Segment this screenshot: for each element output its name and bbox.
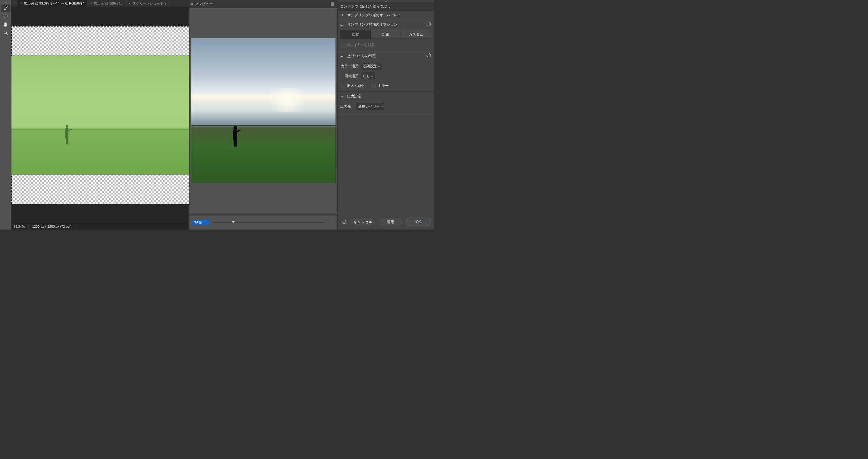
lasso-tool[interactable] (1, 13, 10, 20)
apply-button[interactable]: 適用 (378, 218, 403, 226)
preview-image (191, 38, 336, 183)
scale-checkbox[interactable] (341, 84, 345, 87)
output-dest-label: 出力先 (340, 104, 354, 109)
rotation-adapt-label: 回転適用 (340, 74, 358, 78)
toolbar: ›› (0, 0, 11, 229)
slider-thumb-icon[interactable] (231, 221, 235, 223)
doc-dimensions: 1200 px x 1200 px (72 ppi) (32, 225, 71, 229)
revert-button[interactable] (340, 218, 347, 226)
document-tab[interactable]: × スクリーンショット 2 (126, 0, 169, 7)
rotation-adapt-select[interactable]: なし (361, 73, 375, 80)
reset-icon (426, 52, 432, 58)
chevron-down-icon (371, 75, 373, 77)
section-label: サンプリング領域のオプション (347, 22, 398, 27)
brush-tool[interactable] (1, 4, 10, 12)
color-adapt-select[interactable]: 初期設定 (361, 63, 381, 70)
section-label: 塗りつぶしの設定 (347, 53, 376, 58)
photo-layer (11, 56, 189, 175)
close-icon[interactable]: × (21, 2, 22, 5)
brush-icon (3, 6, 8, 11)
seg-custom[interactable]: カスタム (401, 30, 431, 38)
zoom-tool[interactable] (1, 29, 10, 36)
reset-button[interactable] (427, 22, 431, 27)
status-bar: 93.34% 1200 px x 1200 px (72 ppi) 〉 (11, 224, 189, 229)
chevron-down-icon (381, 106, 383, 107)
mirror-label: ミラー (378, 83, 389, 88)
tab-label: 01.psd @ 93.3% (レイヤー 0, RGB/8#) * (24, 1, 84, 6)
hand-tool[interactable] (1, 21, 10, 28)
all-layers-label: 全レイヤーを対象 (346, 42, 375, 47)
options-sidebar: ›› コンテンツに応じた塗りつぶし サンプリング領域のオーバーレイ サンプリング… (337, 0, 434, 229)
preview-scrollbar[interactable] (189, 213, 337, 216)
document-canvas (11, 26, 189, 204)
document-tab[interactable]: × 01.png @ 509% (... (87, 0, 126, 7)
hand-icon (3, 22, 8, 27)
magnifier-icon (3, 30, 8, 35)
document-tab[interactable]: × 01.psd @ 93.3% (レイヤー 0, RGB/8#) * (18, 0, 87, 7)
sidebar-expand-icon[interactable]: ›› (337, 0, 434, 2)
all-layers-checkbox[interactable] (341, 43, 344, 47)
document-tabs: ›› × 01.psd @ 93.3% (レイヤー 0, RGB/8#) * ×… (11, 0, 189, 7)
sampling-overlay (11, 56, 189, 175)
seg-rect[interactable]: 矩形 (371, 30, 401, 38)
section-label: 出力設定 (347, 94, 361, 98)
chevron-down-icon (340, 54, 343, 57)
output-dest-select[interactable]: 新規レイヤー (356, 103, 384, 110)
tabs-expand-icon[interactable]: ›› (11, 0, 18, 7)
chevron-down-icon (378, 65, 380, 67)
section-fill-header[interactable]: 塗りつぶしの設定 (337, 51, 434, 60)
mirror-checkbox[interactable] (373, 84, 376, 87)
preview-canvas[interactable] (189, 8, 337, 213)
person-silhouette (232, 124, 239, 147)
canvas-area[interactable] (11, 7, 189, 224)
main-area: ›› × 01.psd @ 93.3% (レイヤー 0, RGB/8#) * ×… (11, 0, 189, 229)
sampling-mode-segment: 自動 矩形 カスタム (340, 30, 431, 39)
scale-label: 拡大・縮小 (347, 83, 364, 88)
chevron-down-icon (340, 23, 343, 26)
color-adapt-label: カラー適用 (340, 64, 358, 69)
section-label: サンプリング領域のオーバーレイ (347, 13, 401, 18)
reset-button[interactable] (427, 53, 431, 58)
sidebar-title: コンテンツに応じた塗りつぶし (337, 2, 434, 11)
reset-icon (341, 219, 347, 225)
zoom-readout[interactable]: 93.34% (13, 225, 25, 229)
close-icon[interactable]: × (90, 2, 92, 5)
reset-icon (426, 21, 432, 27)
chevron-down-icon (340, 95, 343, 98)
lasso-icon (3, 14, 8, 19)
ok-button[interactable]: OK (406, 218, 431, 226)
close-icon[interactable]: × (129, 2, 130, 5)
preview-title: プレビュー (195, 2, 331, 7)
svg-line-1 (6, 33, 7, 35)
preview-zoom-slider[interactable] (213, 222, 324, 223)
panel-menu-icon[interactable] (331, 2, 334, 5)
toolbar-expand-icon[interactable]: ›› (0, 1, 11, 3)
panel-expand-icon[interactable]: ›› (191, 2, 193, 6)
tab-label: 01.png @ 509% (... (94, 1, 123, 5)
chevron-right-icon (340, 14, 343, 17)
section-output-header[interactable]: 出力設定 (337, 92, 434, 101)
seg-auto[interactable]: 自動 (341, 30, 371, 38)
preview-panel: ›› プレビュー 76% (189, 0, 337, 229)
section-options-header[interactable]: サンプリング領域のオプション (337, 20, 434, 29)
preview-zoom-input[interactable]: 76% (192, 220, 209, 226)
cancel-button[interactable]: キャンセル (350, 218, 375, 226)
svg-point-0 (4, 31, 6, 34)
tab-label: スクリーンショット 2 (133, 1, 166, 6)
section-overlay-header[interactable]: サンプリング領域のオーバーレイ (337, 11, 434, 20)
